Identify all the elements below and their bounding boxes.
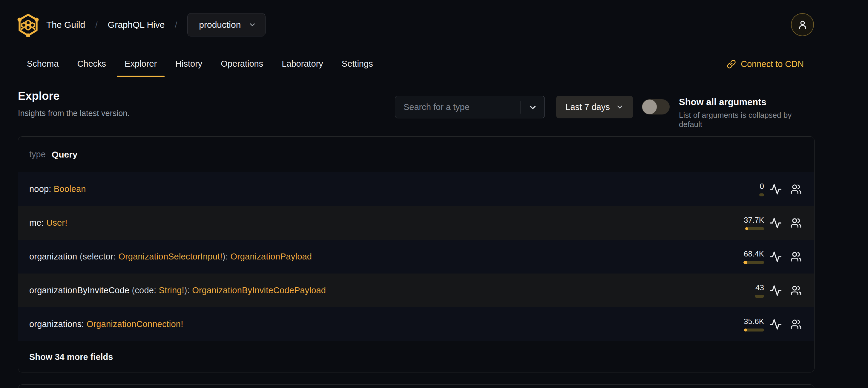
usage-bar-fill <box>743 261 747 264</box>
usage-bar <box>759 193 764 197</box>
hive-logo-icon[interactable] <box>17 13 39 37</box>
breadcrumb-separator: / <box>95 20 98 30</box>
connect-to-cdn-label: Connect to CDN <box>741 59 804 69</box>
field-clients-button[interactable] <box>790 217 802 229</box>
field-arg-type-link[interactable]: String! <box>159 286 184 295</box>
connect-to-cdn-link[interactable]: Connect to CDN <box>727 51 804 77</box>
request-count-block: 68.4K <box>728 249 764 264</box>
tab-explorer[interactable]: Explorer <box>117 51 164 77</box>
field-clients-button[interactable] <box>790 250 802 263</box>
field-punct: ( <box>80 252 83 261</box>
field-activity-button[interactable] <box>769 284 782 297</box>
request-count-block: 0 <box>728 182 764 197</box>
field-name: noop: <box>29 184 54 194</box>
request-count-block: 37.7K <box>728 215 764 230</box>
request-count: 43 <box>755 283 764 292</box>
users-icon <box>790 251 802 263</box>
field-row-organization-by-invite-code: organizationByInviteCode (code: String!)… <box>18 273 814 307</box>
target-selector-value: production <box>199 20 241 30</box>
user-avatar-button[interactable] <box>791 13 814 36</box>
field-clients-button[interactable] <box>790 183 802 196</box>
breadcrumb: The Guild / GraphQL Hive / production <box>46 13 266 36</box>
field-metrics: 68.4K <box>728 240 802 273</box>
tab-schema[interactable]: Schema <box>19 51 66 77</box>
type-card-header: type Query <box>18 137 814 172</box>
field-signature: noop: Boolean <box>29 184 86 194</box>
breadcrumb-project[interactable]: GraphQL Hive <box>108 20 165 30</box>
field-row-organizations: organizations: OrganizationConnection! 3… <box>18 307 814 341</box>
toggle-knob <box>642 99 657 114</box>
show-all-arguments-label: Show all arguments <box>679 97 767 108</box>
field-arg-type-link[interactable]: OrganizationSelectorInput! <box>118 252 222 261</box>
request-count-block: 43 <box>728 283 764 298</box>
type-card-footer: Show 34 more fields <box>18 341 814 372</box>
breadcrumb-org[interactable]: The Guild <box>46 20 85 30</box>
field-type-link[interactable]: User! <box>46 218 67 228</box>
activity-icon <box>769 217 782 229</box>
field-row-organization: organization (selector: OrganizationSele… <box>18 240 814 273</box>
tab-history[interactable]: History <box>167 51 210 77</box>
field-type-link[interactable]: OrganizationByInviteCodePayload <box>192 286 326 295</box>
field-type-link[interactable]: Boolean <box>54 184 86 194</box>
page-subtitle: Insights from the latest version. <box>18 109 130 118</box>
users-icon <box>790 319 802 330</box>
show-all-arguments-description: List of arguments is collapsed by defaul… <box>679 111 814 129</box>
field-activity-button[interactable] <box>769 250 782 263</box>
field-punct: ): <box>184 286 192 295</box>
field-clients-button[interactable] <box>790 318 802 331</box>
request-count: 37.7K <box>744 215 764 225</box>
activity-icon <box>769 318 782 331</box>
show-all-arguments-toggle[interactable] <box>642 99 670 115</box>
show-more-fields-button[interactable]: Show 34 more fields <box>29 352 113 362</box>
field-arg-name: selector: <box>83 252 119 261</box>
activity-icon <box>769 183 782 196</box>
target-selector[interactable]: production <box>187 13 266 36</box>
usage-bar <box>743 261 764 264</box>
field-type-link[interactable]: OrganizationPayload <box>230 252 312 261</box>
chevron-down-icon[interactable] <box>528 103 537 112</box>
field-name: organizationByInviteCode <box>29 286 132 295</box>
request-count: 68.4K <box>744 249 764 259</box>
tab-laboratory[interactable]: Laboratory <box>274 51 331 77</box>
field-name: me: <box>29 218 46 228</box>
period-select-button[interactable]: Last 7 days <box>556 96 633 118</box>
users-icon <box>790 183 802 195</box>
usage-bar <box>744 329 764 331</box>
tab-settings[interactable]: Settings <box>334 51 381 77</box>
link-icon <box>727 59 736 69</box>
field-metrics: 37.7K <box>728 206 802 240</box>
type-card-query: type Query noop: Boolean 0 <box>18 136 814 372</box>
search-divider <box>521 101 521 114</box>
field-arg-name: code: <box>135 286 159 295</box>
field-type-link[interactable]: OrganizationConnection! <box>87 319 183 329</box>
type-kind-label: type <box>29 149 46 159</box>
field-signature: organizations: OrganizationConnection! <box>29 319 183 329</box>
users-icon <box>790 217 802 229</box>
field-activity-button[interactable] <box>769 183 782 196</box>
type-search-input[interactable]: Search for a type <box>395 96 545 118</box>
tab-checks[interactable]: Checks <box>69 51 114 77</box>
usage-bar <box>755 295 764 298</box>
field-metrics: 0 <box>728 172 802 206</box>
field-signature: organization (selector: OrganizationSele… <box>29 252 312 262</box>
type-name: Query <box>52 149 78 160</box>
field-activity-button[interactable] <box>769 318 782 331</box>
chevron-down-icon <box>616 103 624 111</box>
next-type-card-partial <box>18 384 814 388</box>
field-metrics: 43 <box>728 273 802 307</box>
field-signature: organizationByInviteCode (code: String!)… <box>29 286 326 295</box>
usage-bar-fill <box>744 329 747 331</box>
user-icon <box>797 19 808 30</box>
page-title: Explore <box>18 90 59 102</box>
field-activity-button[interactable] <box>769 217 782 229</box>
field-punct: ( <box>132 286 135 295</box>
tab-operations[interactable]: Operations <box>213 51 271 77</box>
users-icon <box>790 285 802 296</box>
breadcrumb-separator: / <box>175 20 178 30</box>
usage-bar <box>745 227 764 230</box>
field-clients-button[interactable] <box>790 284 802 297</box>
field-name: organizations: <box>29 319 87 329</box>
activity-icon <box>769 284 782 297</box>
chevron-down-icon <box>249 21 256 29</box>
request-count-block: 35.6K <box>728 317 764 331</box>
